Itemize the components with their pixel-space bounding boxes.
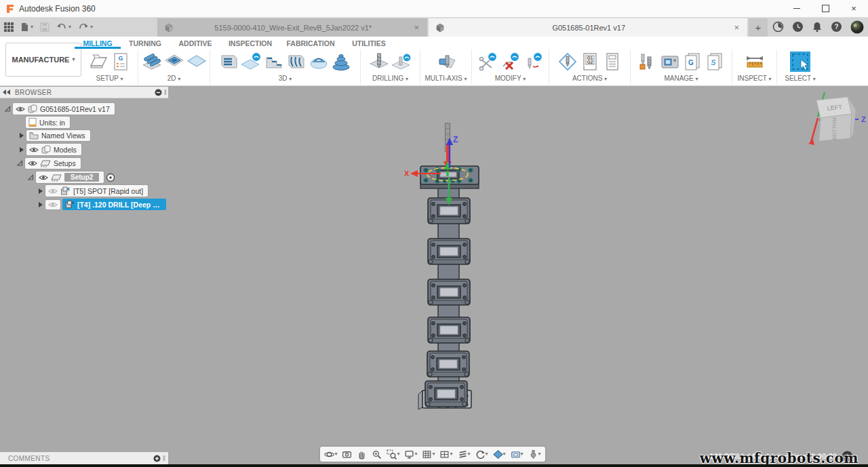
- tree-row-units[interactable]: Units: in: [26, 117, 70, 128]
- visibility-eye-icon[interactable]: [29, 146, 39, 153]
- close-tab-icon[interactable]: ×: [732, 22, 741, 33]
- workspace-selector-button[interactable]: MANUFACTURE ▾: [5, 43, 81, 77]
- 3d-adaptive-icon[interactable]: [219, 52, 239, 72]
- expanded-node-icon[interactable]: [27, 174, 34, 181]
- stock-display-icon[interactable]: ▾: [491, 449, 508, 460]
- panel-options-icon[interactable]: [155, 89, 162, 96]
- tree-row-t5-spot[interactable]: [T5] SPOT [Rapid out]: [37, 185, 148, 197]
- toolpath-display-icon[interactable]: ▾: [456, 449, 473, 460]
- undo-button[interactable]: ▾: [56, 22, 71, 31]
- visibility-eye-icon[interactable]: [16, 106, 25, 113]
- file-menu-button[interactable]: ▾: [20, 22, 33, 32]
- help-icon[interactable]: ?: [831, 21, 842, 33]
- grid-and-snaps-icon[interactable]: ▾: [420, 449, 437, 460]
- new-tab-button[interactable]: +: [749, 18, 768, 37]
- drill-icon[interactable]: [369, 52, 389, 72]
- job-status-clock-icon[interactable]: [792, 21, 804, 33]
- tool-display-icon[interactable]: ▾: [526, 449, 543, 460]
- 3d-scallop-icon[interactable]: [309, 52, 329, 72]
- tree-row-t4-drill[interactable]: [T4] .120 DRILL [Deep dri...: [37, 199, 166, 210]
- collapsed-node-icon[interactable]: [37, 188, 43, 195]
- collapsed-node-icon[interactable]: [37, 201, 43, 208]
- document-tab-g051685[interactable]: G051685-01Rev1 v17 ×: [429, 18, 747, 37]
- setup-sheet-icon[interactable]: [602, 52, 623, 72]
- panel-grip-handle[interactable]: ‖: [164, 89, 167, 96]
- svg-text:G: G: [118, 55, 123, 62]
- extensions-icon[interactable]: [772, 21, 784, 33]
- feed-optimization-icon[interactable]: [523, 52, 543, 72]
- expanded-node-icon[interactable]: [4, 106, 11, 113]
- g1g2-editor-icon[interactable]: G1 G2: [580, 52, 600, 72]
- tab-inspection[interactable]: INSPECTION: [221, 37, 279, 49]
- visibility-eye-icon[interactable]: [28, 160, 37, 167]
- active-setup-target-icon[interactable]: [106, 173, 115, 182]
- notifications-bell-icon[interactable]: [812, 21, 823, 33]
- 3d-parallel-icon[interactable]: [264, 52, 284, 72]
- template-library-icon[interactable]: S: [705, 52, 725, 72]
- tree-row-setups[interactable]: Setups: [16, 158, 81, 169]
- expanded-node-icon[interactable]: [16, 160, 23, 167]
- post-library-icon[interactable]: G: [682, 52, 703, 72]
- group-modify: MODIFY ▾: [472, 49, 549, 85]
- measure-icon[interactable]: [745, 52, 765, 72]
- expand-comments-icon[interactable]: [153, 455, 161, 462]
- collapsed-node-icon[interactable]: [18, 146, 24, 153]
- viewports-icon[interactable]: ▾: [437, 449, 454, 460]
- tree-row-named-views[interactable]: Named Views: [18, 130, 90, 141]
- maximize-button[interactable]: [811, 0, 840, 17]
- model-3d-part[interactable]: Z X: [0, 85, 868, 467]
- save-button[interactable]: [40, 22, 50, 32]
- tree-row-setup2[interactable]: Setup2: [27, 171, 115, 183]
- orbit-icon[interactable]: ▾: [322, 449, 339, 460]
- selected-operation-chip[interactable]: [T4] .120 DRILL [Deep dri...: [62, 199, 166, 210]
- refresh-icon[interactable]: ▾: [473, 449, 490, 460]
- collapse-panel-icon[interactable]: [3, 89, 11, 95]
- app-grid-icon[interactable]: [4, 22, 14, 32]
- 3d-spiral-icon[interactable]: [331, 52, 351, 72]
- document-tab-wire-exit[interactable]: 5159-0000-410_Wire-Exit_RevB_5Jan2022 v1…: [157, 18, 427, 37]
- zoom-window-icon[interactable]: ▾: [384, 449, 401, 460]
- group-2d: 2D ▾: [138, 49, 210, 85]
- 2d-adaptive-icon[interactable]: [142, 52, 162, 72]
- close-window-button[interactable]: ×: [840, 0, 868, 17]
- minimize-button[interactable]: [783, 0, 811, 17]
- in-process-stock-icon[interactable]: ▾: [509, 449, 526, 460]
- user-avatar[interactable]: [850, 20, 864, 34]
- delete-passes-icon[interactable]: [500, 52, 521, 72]
- 2d-pocket-icon[interactable]: [164, 52, 184, 72]
- tab-utilities[interactable]: UTILITIES: [342, 37, 396, 49]
- comments-panel-header[interactable]: COMMENTS ‖: [0, 452, 168, 464]
- tool-library-icon[interactable]: [637, 52, 658, 72]
- display-settings-icon[interactable]: ▾: [402, 449, 419, 460]
- redo-button[interactable]: ▾: [78, 22, 93, 31]
- machine-library-icon[interactable]: [660, 52, 680, 72]
- panel-grip-handle[interactable]: ‖: [163, 455, 165, 462]
- gcode-document-icon[interactable]: G: [111, 52, 131, 72]
- viewport-canvas[interactable]: Z X LEFT BOTTOM Z BROWSER ‖: [0, 85, 868, 467]
- look-at-icon[interactable]: [340, 449, 354, 460]
- post-process-icon[interactable]: [557, 52, 578, 72]
- browser-panel-header[interactable]: BROWSER ‖: [0, 87, 168, 98]
- visibility-eye-icon[interactable]: [48, 201, 58, 208]
- zoom-icon[interactable]: [370, 449, 384, 460]
- tab-fabrication[interactable]: FABRICATION: [279, 37, 342, 49]
- view-cube[interactable]: LEFT BOTTOM Z: [799, 89, 868, 150]
- 3d-flat-icon[interactable]: [241, 52, 262, 72]
- visibility-eye-icon[interactable]: [48, 188, 58, 195]
- hole-recognition-icon[interactable]: +: [391, 52, 412, 72]
- close-tab-icon[interactable]: ×: [412, 22, 420, 33]
- setup-icon[interactable]: [88, 52, 108, 72]
- tree-row-models[interactable]: Models: [18, 144, 81, 155]
- 3d-geodesic-icon[interactable]: [286, 52, 307, 72]
- tree-row-root[interactable]: G051685-01Rev1 v17: [4, 103, 115, 115]
- tab-milling[interactable]: MILLING: [75, 37, 121, 49]
- 2d-contour-icon[interactable]: [186, 52, 207, 72]
- tab-additive[interactable]: ADDITIVE: [170, 37, 221, 49]
- collapsed-node-icon[interactable]: [18, 132, 24, 139]
- multi-axis-icon[interactable]: [436, 52, 456, 72]
- visibility-eye-icon[interactable]: [39, 174, 48, 181]
- tab-turning[interactable]: TURNING: [121, 37, 170, 49]
- trim-toolpath-icon[interactable]: [478, 52, 498, 72]
- pan-hand-icon[interactable]: [355, 449, 369, 460]
- select-icon[interactable]: [789, 50, 811, 73]
